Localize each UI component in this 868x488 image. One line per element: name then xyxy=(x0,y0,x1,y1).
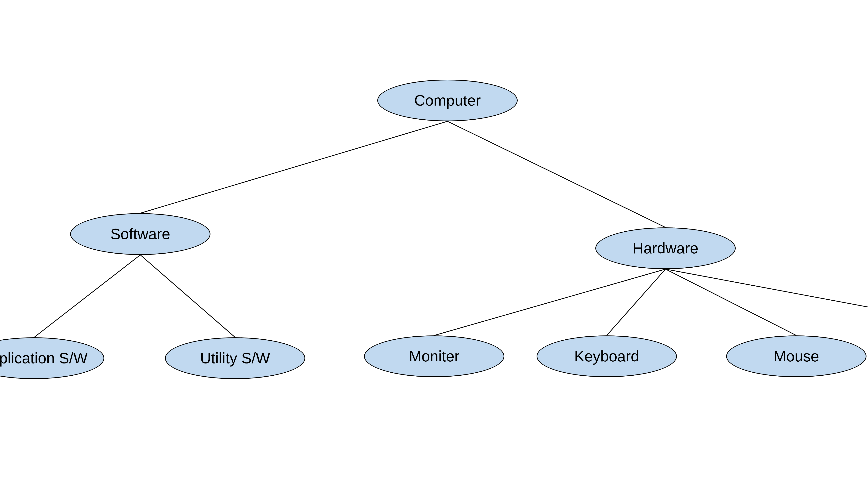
node-label: Utility S/W xyxy=(200,350,270,367)
edge-software-utilsw xyxy=(140,255,235,337)
node-software: Software xyxy=(70,213,211,255)
edge-hardware-offscreen xyxy=(665,269,868,307)
edge-root-software xyxy=(140,121,447,213)
node-label: Mouse xyxy=(774,348,819,365)
edge-hardware-moniter xyxy=(434,269,665,335)
edge-root-hardware xyxy=(447,121,665,227)
node-computer: Computer xyxy=(377,79,518,121)
edge-software-appsw xyxy=(34,255,140,337)
node-label: Hardware xyxy=(633,239,699,257)
node-label: Moniter xyxy=(409,348,460,365)
node-label: Keyboard xyxy=(574,348,639,365)
edge-hardware-keyboard xyxy=(607,269,665,335)
node-moniter: Moniter xyxy=(364,335,504,377)
node-utility-sw: Utility S/W xyxy=(165,337,305,379)
node-application-sw: Application S/W xyxy=(0,337,104,379)
node-hardware: Hardware xyxy=(595,227,736,269)
node-keyboard: Keyboard xyxy=(536,335,677,377)
node-label: Computer xyxy=(414,92,480,109)
edge-hardware-mouse xyxy=(665,269,796,335)
node-mouse: Mouse xyxy=(726,335,866,377)
diagram-canvas: Computer Software Hardware Application S… xyxy=(0,0,868,488)
node-label: Software xyxy=(110,225,170,243)
node-label: Application S/W xyxy=(0,350,88,367)
